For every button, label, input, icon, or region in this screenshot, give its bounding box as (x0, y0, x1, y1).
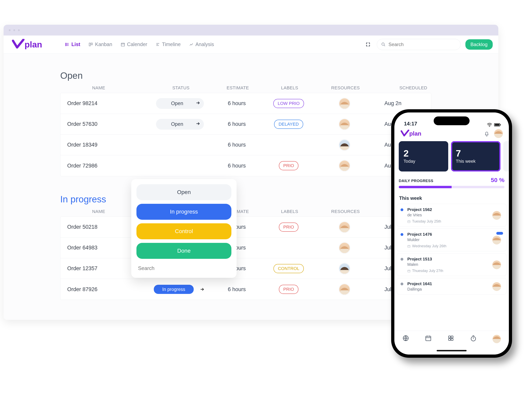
phone-notch (434, 116, 469, 125)
cell-estimate: 6 hours (213, 100, 261, 106)
table-row[interactable]: Order 50218In progress6 hoursPRIOJuly 1 (60, 217, 431, 237)
status-search-input[interactable] (136, 262, 231, 273)
table-inprogress: Order 50218In progress6 hoursPRIOJuly 1O… (60, 217, 431, 300)
cell-resources[interactable] (317, 284, 372, 295)
cell-status: Open (149, 119, 211, 130)
analysis-icon (189, 42, 194, 47)
label-chip: PRIO (279, 161, 298, 170)
label-chip: PRIO (279, 223, 298, 232)
status-advance-icon[interactable] (196, 100, 200, 106)
table-row[interactable]: Order 183496 hoursAug 1 (60, 135, 431, 155)
svg-rect-26 (495, 124, 500, 126)
table-row[interactable]: Order 12357In progress6 hoursCONTROLJuly… (60, 258, 431, 279)
window-dot (9, 29, 11, 31)
project-item[interactable]: Project 1476MulderWednesday July 26th (397, 229, 507, 251)
bell-icon[interactable] (484, 131, 490, 137)
nav-tab-calendar[interactable]: Calender (121, 42, 147, 47)
project-item[interactable]: Project 1513MalenThuesday July 27th (397, 253, 507, 276)
stat-card-week[interactable]: 7 This week (451, 141, 500, 171)
daily-progress: DAILY PROGRESS 50 % (394, 171, 509, 189)
status-dot (400, 283, 403, 285)
profile-avatar[interactable] (494, 129, 503, 138)
nav-tab-analysis[interactable]: Analysis (189, 42, 214, 47)
status-pill[interactable]: Open (156, 98, 204, 109)
tabbar-avatar[interactable] (493, 335, 501, 343)
window-dot (13, 29, 15, 31)
svg-rect-40 (449, 336, 451, 338)
status-pill[interactable]: Open (156, 119, 204, 130)
cell-resources[interactable] (317, 222, 372, 233)
project-avatar (492, 211, 501, 220)
project-item[interactable]: Project 1562de VriesTuesday July 25th (397, 204, 507, 226)
progress-bar (399, 186, 505, 188)
topbar: plan List Kanban Calender Timeline (4, 36, 498, 53)
label-chip: DELAYED (274, 120, 303, 129)
app-header: plan (394, 128, 509, 141)
status-dropdown[interactable]: Open In progress Control Done (131, 179, 237, 278)
status-dot (400, 208, 403, 211)
table-open: Order 98214Open6 hoursLOW PRIOAug 2nOrde… (60, 93, 431, 176)
stat-card-today[interactable]: 2 Today (399, 141, 448, 171)
timer-icon[interactable] (470, 335, 477, 342)
project-title: Project 1513 (407, 257, 490, 262)
table-header: NAME STATUS ESTIMATE LABELS RESOURCES SC… (60, 85, 498, 91)
nav-label: List (71, 42, 80, 47)
cell-resources[interactable] (317, 263, 372, 274)
svg-rect-4 (66, 43, 66, 44)
cell-estimate: 6 hours (213, 286, 261, 293)
status-dot (400, 258, 403, 261)
wifi-icon (487, 123, 492, 127)
window-dot (18, 29, 20, 31)
avatar (339, 119, 350, 130)
calendar-icon[interactable] (425, 335, 432, 342)
cell-resources[interactable] (317, 139, 372, 150)
grid-icon[interactable] (447, 335, 454, 342)
statusbar-time: 14:17 (404, 121, 417, 127)
svg-point-16 (382, 43, 384, 45)
cell-resources[interactable] (317, 160, 372, 171)
status-dot (400, 233, 403, 236)
status-option-inprogress[interactable]: In progress (136, 204, 231, 220)
nav-tab-timeline[interactable]: Timeline (156, 42, 181, 47)
project-subtitle: Dallinga (407, 287, 490, 292)
table-row[interactable]: Order 57630Open6 hoursDELAYEDAug 7 (60, 114, 431, 135)
project-item[interactable]: Project 1641Dallinga (397, 278, 507, 294)
search-field[interactable] (377, 39, 461, 50)
col-labels: LABELS (264, 85, 316, 91)
status-advance-button[interactable] (198, 286, 206, 293)
expand-button[interactable] (364, 40, 372, 49)
search-input[interactable] (389, 42, 457, 47)
nav-label: Calender (127, 42, 147, 47)
status-option-done[interactable]: Done (136, 243, 231, 259)
col-name: NAME (68, 85, 148, 91)
svg-rect-29 (408, 221, 410, 223)
progress-label: DAILY PROGRESS (399, 179, 433, 183)
table-row[interactable]: Order 729866 hoursPRIOAug 2 (60, 155, 431, 176)
status-pill[interactable]: In progress (154, 285, 194, 294)
nav-tab-list[interactable]: List (65, 42, 80, 47)
svg-rect-31 (408, 245, 410, 248)
cell-resources[interactable] (317, 98, 372, 109)
cell-status: In progress (149, 285, 211, 294)
table-row[interactable]: Order 64983In progress6 hoursJuly 1 (60, 237, 431, 258)
backlog-button[interactable]: Backlog (465, 39, 493, 50)
cell-resources[interactable] (317, 119, 372, 130)
status-option-control[interactable]: Control (136, 223, 231, 239)
cell-labels: PRIO (263, 161, 315, 170)
stat-count: 7 (456, 149, 496, 158)
col-resources: RESOURCES (317, 209, 374, 214)
avatar (339, 263, 350, 274)
stat-card-peek[interactable] (503, 141, 509, 171)
status-advance-icon[interactable] (196, 121, 200, 127)
status-option-open[interactable]: Open (136, 184, 231, 200)
table-row[interactable]: Order 87926In progress6 hoursPRIOJuly 2 (60, 279, 431, 300)
svg-rect-5 (66, 44, 66, 45)
cell-resources[interactable] (317, 242, 372, 253)
svg-rect-41 (451, 336, 453, 338)
cell-estimate: 6 hours (213, 163, 261, 169)
nav-tab-kanban[interactable]: Kanban (89, 42, 112, 47)
topbar-right: Backlog (364, 39, 493, 50)
globe-icon[interactable] (402, 335, 409, 342)
table-row[interactable]: Order 98214Open6 hoursLOW PRIOAug 2n (60, 93, 431, 114)
svg-rect-43 (451, 338, 453, 340)
